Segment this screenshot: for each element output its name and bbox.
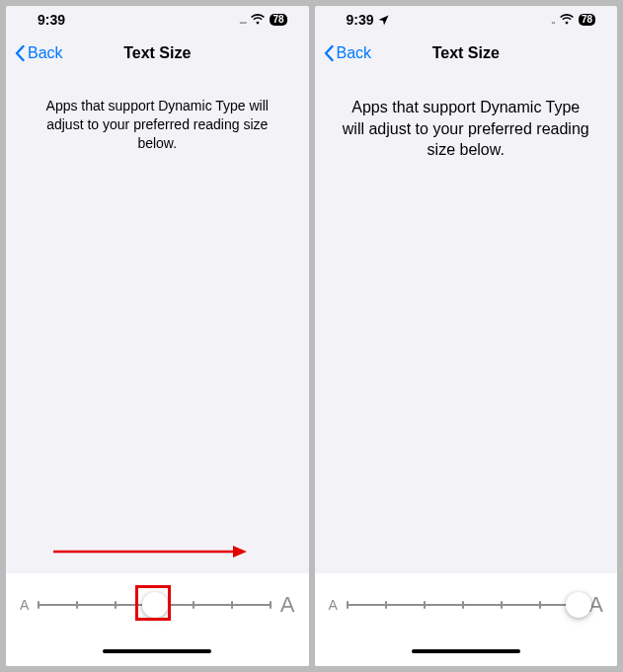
home-indicator-area <box>6 636 309 666</box>
status-right: .... 78 <box>239 14 286 26</box>
location-icon <box>378 15 389 26</box>
home-indicator[interactable] <box>103 649 211 653</box>
slider-tick <box>347 601 349 609</box>
status-time: 9:39 <box>347 12 374 28</box>
text-size-slider-panel: A A <box>6 573 309 636</box>
slider-tick <box>270 601 272 609</box>
text-size-slider[interactable] <box>39 590 270 620</box>
slider-tick <box>231 601 233 609</box>
chevron-left-icon <box>14 44 26 62</box>
wifi-icon <box>559 14 575 26</box>
slider-tick <box>539 601 541 609</box>
phone-screen-left: 9:39 .... 78 Back Text Size Apps that su… <box>6 6 309 666</box>
slider-tick <box>385 601 387 609</box>
slider-tick <box>193 601 195 609</box>
status-right: .. 78 <box>551 14 595 26</box>
slider-thumb[interactable] <box>566 592 591 618</box>
home-indicator-area <box>315 636 618 666</box>
battery-icon: 78 <box>270 14 286 26</box>
slider-tick <box>38 601 39 609</box>
slider-max-label: A <box>280 592 295 618</box>
dynamic-type-description: Apps that support Dynamic Type will adju… <box>341 97 592 161</box>
slider-tick <box>424 601 426 609</box>
status-bar: 9:39 .... 78 <box>6 6 309 34</box>
cellular-dots-icon: .... <box>239 15 246 26</box>
slider-tick <box>76 601 78 609</box>
back-label: Back <box>337 44 372 62</box>
chevron-left-icon <box>323 44 335 62</box>
slider-tick <box>115 601 117 609</box>
dynamic-type-description: Apps that support Dynamic Type will adju… <box>32 97 283 153</box>
back-button[interactable]: Back <box>323 44 372 62</box>
status-bar: 9:39 .. 78 <box>315 6 618 34</box>
battery-icon: 78 <box>579 14 595 26</box>
slider-min-label: A <box>329 597 338 613</box>
text-size-slider-panel: A A <box>315 573 618 636</box>
cellular-dots-icon: .. <box>551 15 555 26</box>
home-indicator[interactable] <box>412 649 520 653</box>
slider-thumb[interactable] <box>142 592 168 618</box>
nav-bar: Back Text Size <box>315 34 618 73</box>
slider-tick <box>501 601 503 609</box>
slider-min-label: A <box>20 597 29 613</box>
status-time: 9:39 <box>38 12 65 28</box>
wifi-icon <box>250 14 266 26</box>
phone-screen-right: 9:39 .. 78 Back Text Size Apps that supp… <box>315 6 618 666</box>
content-area: Apps that support Dynamic Type will adju… <box>6 73 309 573</box>
back-button[interactable]: Back <box>14 44 63 62</box>
back-label: Back <box>28 44 63 62</box>
text-size-slider[interactable] <box>348 590 579 620</box>
slider-tick <box>462 601 464 609</box>
content-area: Apps that support Dynamic Type will adju… <box>315 73 618 573</box>
nav-bar: Back Text Size <box>6 34 309 73</box>
